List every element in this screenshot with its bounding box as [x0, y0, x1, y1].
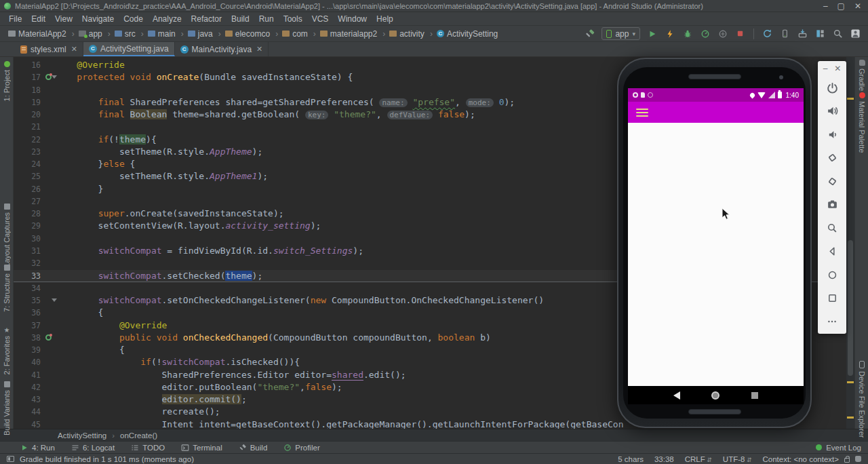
menu-help[interactable]: Help: [372, 13, 398, 25]
emulator-power-button[interactable]: [818, 76, 846, 100]
tab-styles-xml[interactable]: styles.xml✕: [15, 42, 83, 56]
profiler-icon[interactable]: [283, 444, 292, 452]
tab-close-icon[interactable]: ✕: [71, 45, 77, 54]
sdk-manager-icon[interactable]: [797, 28, 808, 39]
phone-screen[interactable]: 1:40: [628, 88, 804, 404]
tab-close-icon[interactable]: ✕: [256, 45, 262, 54]
build-hammer-icon[interactable]: [584, 28, 595, 39]
run-icon[interactable]: [646, 28, 658, 39]
maximize-button[interactable]: ▢: [837, 2, 845, 10]
emulator-rotate-left-button[interactable]: [818, 147, 846, 170]
run-configuration-select[interactable]: app▾: [601, 27, 640, 40]
tool-windows-toggle-icon[interactable]: [7, 456, 14, 462]
toolwindow-build[interactable]: Build: [239, 444, 268, 452]
breadcrumb-activitysetting[interactable]: CActivitySetting: [435, 29, 499, 39]
android-back-button[interactable]: [673, 391, 680, 400]
sync-gradle-icon[interactable]: [762, 28, 773, 39]
tab-activitysetting-java[interactable]: CActivitySetting.java: [83, 42, 175, 56]
status-widget-context-no-context-[interactable]: Context: <no context>: [762, 455, 839, 463]
app-content-area[interactable]: [628, 123, 804, 386]
toolwindow-todo[interactable]: TODO: [131, 444, 165, 452]
menu-window[interactable]: Window: [333, 13, 372, 25]
tool-button-device-file-explorer[interactable]: Device File Explorer: [855, 361, 868, 438]
tool-button-gradle[interactable]: Gradle: [855, 60, 868, 91]
attach-debugger-icon[interactable]: [717, 28, 728, 39]
apply-changes-icon[interactable]: [664, 28, 675, 39]
breadcrumb-src[interactable]: src›: [113, 29, 145, 39]
avd-manager-icon[interactable]: [779, 28, 791, 39]
tool-button-material-palette[interactable]: Material Palette: [855, 92, 868, 153]
emulator-more-button[interactable]: [818, 310, 846, 334]
run-icon[interactable]: [20, 444, 28, 452]
tool-button-1-project[interactable]: 1: Project: [0, 61, 14, 101]
terminal-icon[interactable]: [181, 444, 189, 452]
profiler-icon[interactable]: [699, 28, 711, 39]
tool-button-layout-captures[interactable]: Layout Captures: [0, 204, 14, 267]
editor-scrollbar[interactable]: [846, 57, 854, 429]
status-widget-33-38[interactable]: 33:38: [654, 455, 674, 463]
emulator-volume-down-button[interactable]: [818, 123, 846, 147]
logcat-icon[interactable]: [71, 444, 79, 452]
event-log-button[interactable]: Event Log: [816, 444, 861, 452]
tool-button-2-favorites[interactable]: ★2: Favorites: [0, 327, 14, 374]
breadcrumb-activity[interactable]: activity›: [388, 29, 434, 39]
status-widget-crlf[interactable]: CRLF: [685, 455, 712, 463]
menu-navigate[interactable]: Navigate: [77, 13, 119, 25]
fold-arrow-icon[interactable]: [52, 75, 57, 79]
override-marker-icon[interactable]: [45, 334, 52, 341]
breadcrumb-materialapp2[interactable]: MaterialApp2›: [7, 29, 76, 39]
tool-button-build-variants[interactable]: Build Variants: [0, 381, 14, 436]
toolwindow-4-run[interactable]: 4: Run: [20, 444, 55, 452]
breadcrumb-java[interactable]: java›: [186, 29, 222, 39]
menu-code[interactable]: Code: [119, 13, 148, 25]
breadcrumb-materialapp2[interactable]: materialapp2›: [319, 29, 387, 39]
menu-view[interactable]: View: [50, 13, 77, 25]
toolwindow-terminal[interactable]: Terminal: [181, 444, 222, 452]
emulator-overview-button[interactable]: [818, 287, 846, 311]
menu-refactor[interactable]: Refactor: [186, 13, 226, 25]
emulator-close-button[interactable]: ✕: [834, 64, 841, 73]
debug-icon[interactable]: [682, 28, 693, 39]
scrollbar-thumb[interactable]: [848, 240, 853, 376]
toolwindow-profiler[interactable]: Profiler: [283, 444, 319, 452]
breadcrumb-item[interactable]: onCreate(): [120, 431, 157, 440]
emulator-rotate-right-button[interactable]: [818, 170, 846, 193]
override-marker-icon[interactable]: [45, 74, 52, 80]
emulator-zoom-button[interactable]: [818, 216, 846, 240]
minimize-button[interactable]: –: [823, 2, 828, 10]
menu-file[interactable]: File: [4, 13, 26, 25]
status-widget-utf-8[interactable]: UTF-8: [723, 455, 752, 463]
menu-run[interactable]: Run: [254, 13, 279, 25]
breadcrumb-item[interactable]: ActivitySetting: [58, 431, 106, 440]
toolwindow-6-logcat[interactable]: 6: Logcat: [71, 444, 115, 452]
emulator-screenshot-button[interactable]: [818, 193, 846, 217]
search-everywhere-icon[interactable]: [832, 28, 844, 39]
android-recents-button[interactable]: [751, 392, 758, 399]
layout-inspector-icon[interactable]: [814, 28, 826, 39]
tool-button-7-structure[interactable]: 7: Structure: [0, 265, 14, 312]
breadcrumb-com[interactable]: com›: [281, 29, 317, 39]
breadcrumb-app[interactable]: app›: [77, 29, 112, 39]
hamburger-menu-icon[interactable]: [636, 109, 648, 117]
close-button[interactable]: ✕: [854, 2, 861, 10]
menu-edit[interactable]: Edit: [26, 13, 50, 25]
android-home-button[interactable]: [711, 391, 719, 400]
todo-icon[interactable]: [131, 444, 139, 452]
hector-icon[interactable]: [855, 456, 861, 462]
emulator-back-button[interactable]: [818, 240, 846, 264]
lock-icon[interactable]: [844, 458, 850, 463]
profile-avatar-icon[interactable]: [850, 28, 861, 39]
menu-vcs[interactable]: VCS: [307, 13, 334, 25]
menu-build[interactable]: Build: [226, 13, 254, 25]
emulator-minimize-button[interactable]: –: [823, 64, 828, 73]
breadcrumb-main[interactable]: main›: [146, 29, 185, 39]
build-icon[interactable]: [239, 444, 247, 452]
tab-mainactivity-java[interactable]: CMainActivity.java✕: [175, 42, 269, 56]
status-widget-5-chars[interactable]: 5 chars: [618, 455, 644, 463]
breadcrumb-elecomco[interactable]: elecomco›: [224, 29, 279, 39]
fold-arrow-icon[interactable]: [52, 298, 57, 302]
stop-icon[interactable]: [734, 28, 746, 39]
emulator-home-button[interactable]: [818, 263, 846, 287]
menu-analyze[interactable]: Analyze: [148, 13, 186, 25]
menu-tools[interactable]: Tools: [279, 13, 307, 25]
